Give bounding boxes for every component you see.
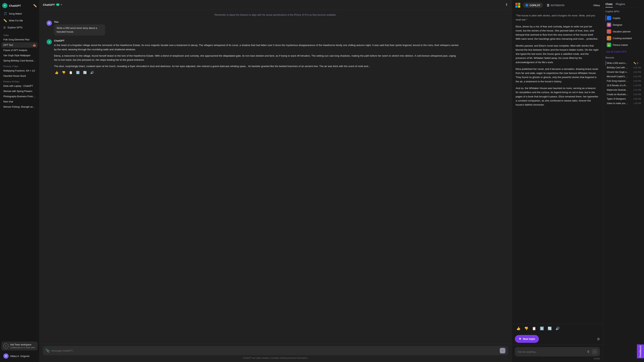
copilot-user: Hillary [593, 4, 600, 7]
sidebar-chat-item[interactable]: Photography Business Postcard [2, 94, 38, 99]
edit-icon[interactable]: ✏️ [634, 62, 636, 64]
sidebar-chat-item[interactable]: Woman with Spring Flowers [2, 89, 38, 94]
more-icon[interactable]: ··· [30, 43, 32, 46]
story-thumbs-down-icon[interactable]: 👎 [524, 326, 529, 331]
chat-input[interactable] [52, 349, 498, 352]
delete-icon[interactable]: 🗑 [636, 62, 639, 64]
sidebar-item-label: Explore GPTs [8, 26, 22, 29]
recent-item[interactable]: Microsoft Copilot's mes... 2:52 PM [606, 74, 642, 79]
copy-icon[interactable]: 📋 [68, 70, 74, 75]
recent-item[interactable]: 16:9 Render of a Realist... 2:14 PM [606, 83, 642, 88]
sidebar-item-write-for-me[interactable]: ✏️ Write For Me [2, 17, 38, 24]
app-logo[interactable]: ✦ ChatGPT [2, 3, 21, 8]
thumbs-up-icon[interactable]: 👍 [54, 70, 59, 75]
story-para-3: Eliza published her novel, and it became… [516, 67, 599, 84]
recent-item-meta: 2:40 PM [634, 80, 641, 82]
recent-item[interactable]: Vincent Van Gogh style... 4:03 PM [606, 70, 642, 74]
sidebar-chat-item[interactable]: New chat [2, 99, 38, 104]
archive-icon[interactable]: 📥 [33, 43, 36, 46]
notebook-tab-icon: 📓 [546, 4, 550, 7]
recent-item-text: Vincent Van Gogh style... [607, 71, 629, 73]
gpt-name: Copilot [613, 17, 620, 19]
tab-notebook[interactable]: 📓 NOTEBOOK [544, 2, 567, 8]
send-button[interactable]: ↑ [500, 348, 505, 354]
download-icon[interactable]: ⬇️ [75, 70, 80, 75]
feedback-button[interactable]: Feedback [637, 344, 644, 358]
story-copy-icon[interactable]: 📋 [531, 326, 537, 331]
recent-item-time: 2:02 PM [634, 93, 641, 95]
copilot-gpt-item[interactable]: 🎨Designer [606, 21, 642, 28]
sidebar-section-label: Today [2, 32, 38, 37]
recent-item-text: Jokes to make you smile... [607, 102, 629, 105]
copilot-send-button[interactable]: → [592, 349, 598, 355]
add-team-label: Add Team workspace [10, 343, 35, 346]
sidebar-chat-item[interactable]: Multiplying Fractions: 3/4 × 1/2 [2, 68, 38, 73]
camera-icon[interactable]: ⊕ [597, 337, 600, 341]
user-profile[interactable]: H Hillary K. Grigonis [2, 352, 38, 360]
recent-item-time: 2:52 PM [634, 75, 641, 78]
recent-item-text: Watercolor illustration of... [607, 89, 629, 91]
refresh-icon[interactable]: 🔄 [82, 70, 88, 75]
sidebar-chat-item[interactable]: Women Fishing: Strength and Ele... [2, 104, 38, 109]
gpt-avatar: 🍳 [607, 36, 611, 40]
sidebar-chat-item[interactable]: Desk with Laptop - ChatGPT [2, 83, 38, 89]
tab-chats[interactable]: Chats [606, 2, 613, 7]
recent-item-meta: 2:52 PM [634, 75, 641, 78]
story-refresh-icon[interactable]: 🔄 [547, 326, 552, 331]
sidebar-chat-item-text: Photography Business Postcard [3, 95, 36, 98]
chat-version-badge: 4 [56, 3, 60, 6]
story-para-1: Eliza, driven by a mix of fear and curio… [516, 24, 599, 41]
recent-item[interactable]: Types of Designers 2:00 PM [606, 97, 642, 101]
sidebar-item-explore-gpts[interactable]: ⊞ Explore GPTs [2, 24, 38, 31]
sidebar-section-label: Previous 7 Days [2, 63, 38, 68]
copilot-gpt-item[interactable]: 🔵Copilot [606, 15, 642, 21]
sidebar-chat-item-text: Desk with Laptop - ChatGPT [3, 85, 36, 87]
recent-item[interactable]: Write a 500 word s... ✏️ 🗑 ··· [606, 61, 642, 65]
new-topic-button[interactable]: ✦ New topic [515, 335, 539, 343]
copilot-input-area: 🎙 → 0/4000 [512, 345, 603, 362]
recent-item[interactable]: Create an illustration of... 2:02 PM [606, 92, 642, 97]
story-speaker-icon[interactable]: 🔊 [555, 326, 560, 331]
copilot-gpt-item[interactable]: 💪Fitness trainer [606, 41, 642, 48]
sidebar-item-song-maker[interactable]: 🎵 Song Maker [2, 10, 38, 17]
tab-copilot[interactable]: 🔵 COPILOT [523, 2, 543, 8]
export-icon[interactable]: ⬆ [505, 2, 508, 7]
user-message: H You Write a 500 word short story about… [46, 20, 504, 36]
recent-item-text: 16:9 Render of a Realist... [607, 84, 629, 87]
recent-item-text: Write a 500 word s... [607, 62, 627, 64]
sidebar-chat-item[interactable]: Haunted House Stuck [2, 73, 38, 79]
sidebar-nav: 🎵 Song Maker ✏️ Write For Me ⊞ Explore G… [2, 10, 38, 31]
new-chat-icon[interactable]: ✏️ [33, 4, 37, 7]
recent-item[interactable]: Watercolor illustration of... 2:14 PM [606, 88, 642, 92]
svg-rect-0 [516, 3, 518, 5]
copilot-gpt-item[interactable]: 🧳Vacation planner [606, 28, 642, 35]
recent-item-text: Create an illustration of... [607, 93, 629, 96]
sidebar-chat-item[interactable]: Van Gogh Style Wallpaper [2, 53, 38, 58]
mic-icon[interactable]: 🎙 [586, 350, 590, 354]
sidebar-chat-item[interactable]: Spring Birthday Card Illustration. [2, 58, 38, 63]
sidebar-header: ✦ ChatGPT ✏️ [2, 2, 38, 10]
recent-item[interactable]: Birthday Card with Sprin... 4:32 PM [606, 65, 642, 70]
more-icon[interactable]: ··· [639, 62, 641, 64]
chat-title[interactable]: ChatGPT 4 ▾ [43, 3, 62, 6]
copilot-input[interactable] [518, 351, 585, 353]
story-thumbs-up-icon[interactable]: 👍 [516, 326, 521, 331]
bot-para-3: The door, surprisingly intact, creaked o… [54, 64, 459, 68]
thumbs-down-icon[interactable]: 👎 [61, 70, 66, 75]
story-download-icon[interactable]: ⬇️ [539, 326, 545, 331]
tab-plugins[interactable]: Plugins [616, 2, 625, 7]
gpt-avatar: 🎨 [607, 22, 611, 27]
sidebar-chat-item[interactable]: Future of GPT Analysis [2, 48, 38, 53]
send-icon: ↑ [502, 349, 503, 352]
sidebar-chat-item[interactable]: Folk Song Elements Plan [2, 37, 38, 42]
gpt-name: Vacation planner [613, 30, 631, 33]
recent-item[interactable]: Folk Song Inspired by th... 2:40 PM [606, 79, 642, 83]
speaker-icon[interactable]: 🔊 [90, 70, 95, 75]
attach-icon[interactable]: 📎 [46, 349, 50, 353]
add-team-button[interactable]: + Add Team workspace Collaborate on a Te… [2, 342, 38, 351]
recent-item[interactable]: Jokes to make you smile... 1:38 PM [606, 101, 642, 106]
see-all-link[interactable]: See all Copilot GPTs [606, 50, 642, 54]
copilot-gpt-item[interactable]: 🍳Cooking assistant [606, 35, 642, 41]
sidebar-chat-item[interactable]: GPT Test···📥 [2, 42, 38, 48]
char-count: 0/4000 [515, 358, 600, 360]
